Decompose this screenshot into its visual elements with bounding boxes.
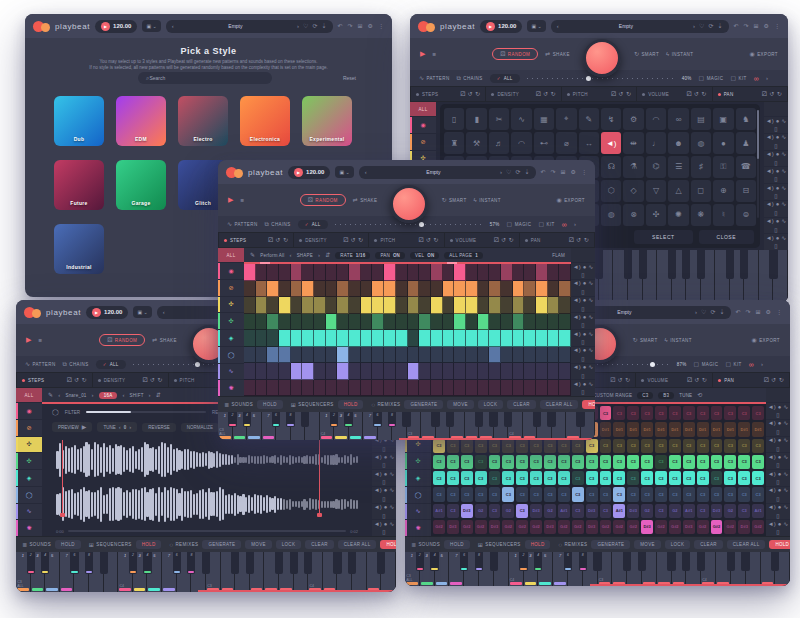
scrollbar-thumb[interactable]: [757, 110, 759, 159]
pitch-cell[interactable]: C3: [697, 439, 709, 453]
row-record-icon[interactable]: ●: [778, 420, 782, 426]
pitch-cell[interactable]: C3: [613, 471, 625, 485]
piano-key-black[interactable]: 2: [129, 552, 137, 574]
pitch-cell[interactable]: C3: [433, 487, 445, 501]
all-tracks-button[interactable]: ✓ALL: [298, 220, 328, 229]
row-record-icon[interactable]: ●: [583, 364, 587, 370]
pitch-cell[interactable]: C3: [530, 455, 542, 469]
pitch-cell[interactable]: C3: [655, 471, 667, 485]
step-cell[interactable]: [326, 314, 338, 331]
step-cell[interactable]: [489, 314, 501, 331]
pitch-cell[interactable]: C3: [627, 471, 639, 485]
step-cell[interactable]: [349, 314, 361, 331]
pitch-cell[interactable]: C3: [724, 487, 736, 501]
track-icon-closed-hat[interactable]: ✣: [218, 296, 244, 313]
tab-pan[interactable]: PAN⚂↺↻: [520, 233, 594, 247]
piano-key-black[interactable]: [682, 250, 690, 279]
piano-key-black[interactable]: [475, 412, 483, 427]
sequencers-section-button[interactable]: ⊞SEQUENCERS: [478, 542, 521, 548]
piano-key-black[interactable]: 8: [286, 412, 294, 427]
pitch-cell[interactable]: C3: [489, 439, 501, 453]
sound-tile[interactable]: ⚙: [623, 108, 643, 130]
step-cell[interactable]: [524, 314, 536, 331]
settings-gear-icon[interactable]: ⚙: [368, 23, 373, 29]
step-cell[interactable]: [559, 297, 571, 314]
pitch-cell[interactable]: C3: [489, 455, 501, 469]
sound-tile[interactable]: ♩: [646, 132, 666, 153]
pitch-cell[interactable]: D#1: [683, 422, 695, 436]
step-cell[interactable]: [384, 330, 396, 347]
step-cell[interactable]: [302, 380, 314, 397]
step-cell[interactable]: [548, 314, 560, 331]
undo-icon[interactable]: ↺: [619, 91, 624, 97]
pitch-cell[interactable]: C3: [572, 439, 584, 453]
row-speaker-icon[interactable]: ◄): [573, 314, 581, 320]
step-cell[interactable]: [419, 314, 431, 331]
step-cell[interactable]: [454, 314, 466, 331]
sound-tile[interactable]: ♜: [444, 132, 464, 153]
pitch-cell[interactable]: C3: [697, 406, 709, 420]
pitch-cell[interactable]: C3: [558, 487, 570, 501]
pitch-cell[interactable]: G#2: [600, 520, 612, 534]
pitch-cell[interactable]: C3: [516, 487, 528, 501]
row-speaker-icon[interactable]: ◄): [768, 404, 776, 410]
step-cell[interactable]: [314, 314, 326, 331]
step-cell[interactable]: [256, 281, 268, 298]
action-clear-all-button[interactable]: CLEAR ALL: [727, 540, 766, 549]
pitch-cell[interactable]: C3: [752, 471, 764, 485]
menu-kebab-icon[interactable]: ⋮: [774, 23, 780, 29]
piano-key-black[interactable]: [726, 250, 734, 279]
pitch-cell[interactable]: G#2: [516, 520, 528, 534]
action-clear-button[interactable]: CLEAR: [507, 400, 536, 409]
piano-key-black[interactable]: [741, 552, 749, 571]
action-move-button[interactable]: MOVE: [447, 400, 473, 409]
pitch-cell[interactable]: A#1: [613, 504, 625, 518]
step-cell[interactable]: [244, 314, 256, 331]
piano-key-black[interactable]: [304, 552, 312, 574]
sound-tile[interactable]: ▤: [691, 108, 711, 130]
favorite-icon[interactable]: ♡: [303, 23, 308, 29]
download-icon[interactable]: ⇣: [717, 23, 722, 29]
track-icon-fx[interactable]: ✺: [218, 379, 244, 396]
slider-knob[interactable]: [586, 76, 591, 81]
preset-next-icon[interactable]: ›: [297, 23, 299, 29]
pitch-cell[interactable]: A#1: [683, 504, 695, 518]
step-cell[interactable]: [548, 330, 560, 347]
pitch-cell[interactable]: G2: [724, 504, 736, 518]
pitch-cell[interactable]: C3: [613, 439, 625, 453]
undo-icon[interactable]: ↺: [276, 237, 281, 243]
step-cell[interactable]: [349, 380, 361, 397]
export-button[interactable]: ◉EXPORT: [752, 337, 780, 343]
step-cell[interactable]: [314, 330, 326, 347]
row-wave-icon[interactable]: ∿: [783, 504, 788, 510]
pitch-cell[interactable]: C3: [586, 487, 598, 501]
undo-icon[interactable]: ↺: [351, 237, 356, 243]
pitch-cell[interactable]: C3: [697, 504, 709, 518]
step-cell[interactable]: [279, 363, 291, 380]
action-clear-all-button[interactable]: CLEAR ALL: [338, 540, 377, 549]
pitch-cell[interactable]: G#2: [461, 520, 473, 534]
next-icon[interactable]: ›: [574, 221, 576, 227]
row-wave-icon[interactable]: ∿: [783, 487, 788, 493]
tab-volume[interactable]: VOLUME⚂↺↻: [636, 373, 712, 387]
track-icon-shaker[interactable]: ◈: [218, 329, 244, 346]
pitch-cell[interactable]: D#3: [586, 504, 598, 518]
step-cell[interactable]: [349, 297, 361, 314]
pitch-cell[interactable]: C3: [600, 471, 612, 485]
step-cell[interactable]: [279, 264, 291, 281]
piano-key-black[interactable]: [668, 250, 676, 279]
action-generate-button[interactable]: GENERATE: [404, 400, 443, 409]
row-slot-icon[interactable]: ▯: [581, 389, 584, 395]
step-cell[interactable]: [431, 297, 443, 314]
pitch-cell[interactable]: C3: [516, 471, 528, 485]
pitch-cell[interactable]: C3: [516, 504, 528, 518]
undo-icon[interactable]: ↺: [150, 377, 155, 383]
step-cell[interactable]: [384, 363, 396, 380]
infinity-icon[interactable]: ∞: [562, 221, 567, 228]
row-record-icon[interactable]: ●: [583, 347, 587, 353]
step-cell[interactable]: [256, 363, 268, 380]
instant-button[interactable]: ϟINSTANT: [665, 337, 692, 343]
pitch-cell[interactable]: C3: [655, 504, 667, 518]
pitch-cell[interactable]: C3: [489, 504, 501, 518]
row-slot-icon[interactable]: ▯: [774, 126, 777, 132]
